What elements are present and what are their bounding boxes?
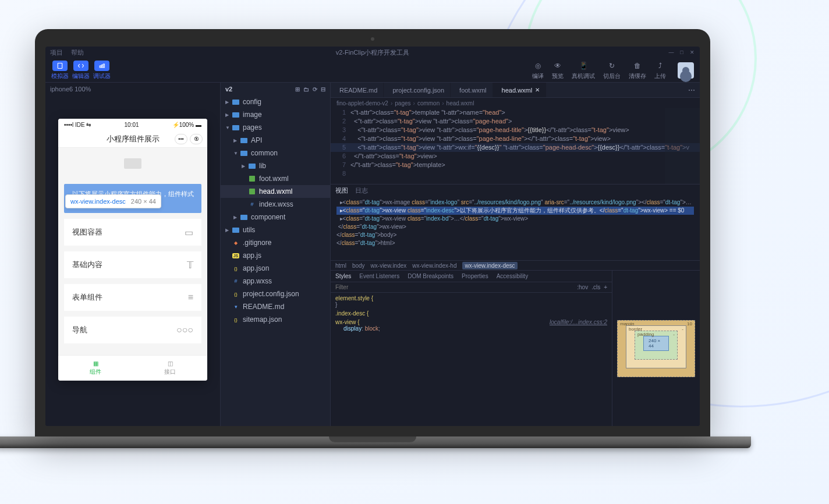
breadcrumb-seg-0[interactable]: fino-applet-demo-v2 [336, 100, 388, 107]
phone-tab-1[interactable]: ◫接口 [133, 356, 207, 381]
styles-panel: StylesEvent ListenersDOM BreakpointsProp… [331, 271, 612, 426]
toolbar-action-2[interactable]: 📱真机调试 [572, 61, 595, 80]
toolbar-action-1[interactable]: 👁预览 [552, 61, 564, 80]
minimap[interactable] [665, 108, 700, 184]
phone-nav-bar: 小程序组件展示 ••• ⦿ [58, 130, 207, 148]
new-folder-icon[interactable]: 🗀 [303, 86, 309, 93]
tree-node-app.js[interactable]: app.js [221, 249, 330, 262]
styles-tab-4[interactable]: Accessibility [497, 273, 528, 279]
styles-tab-3[interactable]: Properties [462, 273, 488, 279]
dom-line-5[interactable]: </class="dt-tag">html> [336, 239, 694, 247]
editor-tab-1[interactable]: project.config.json [384, 83, 451, 97]
editor-tab-3[interactable]: head.wxml✕ [493, 83, 547, 97]
dom-line-3[interactable]: </class="dt-tag">wx-view> [336, 223, 694, 231]
phone-list-item-1[interactable]: 基础内容𝕋 [64, 251, 201, 278]
css-rule-2[interactable]: wx-view {localfile:/…index.css:2display:… [335, 319, 607, 332]
simulator-device-label[interactable]: iphone6 100% [45, 83, 220, 95]
editor-tab-2[interactable]: foot.wxml [451, 83, 493, 97]
dom-path-2[interactable]: wx-view.index [371, 262, 407, 269]
breadcrumb-seg-2[interactable]: common [417, 100, 440, 107]
menu-help[interactable]: 帮助 [71, 48, 84, 57]
styles-tab-1[interactable]: Event Listeners [359, 273, 399, 279]
phone-nav-title: 小程序组件展示 [107, 134, 160, 144]
phone-tab-0[interactable]: ▦组件 [58, 356, 133, 381]
phone-list-item-2[interactable]: 表单组件≡ [64, 284, 201, 311]
toolbar-action-0[interactable]: ◎编译 [532, 61, 544, 80]
new-file-icon[interactable]: ⊞ [295, 86, 300, 93]
phone-nav-more[interactable]: ••• [175, 134, 187, 144]
devtools-tab-0[interactable]: 视图 [335, 186, 348, 195]
laptop-camera [371, 37, 374, 41]
toolbar: 模拟器编辑器调试器 ◎编译👁预览📱真机调试↻切后台🗑清缓存⤴上传 [45, 58, 700, 83]
dom-path-3[interactable]: wx-view.index-hd [412, 262, 456, 269]
tree-node-head.wxml[interactable]: head.wxml [221, 185, 330, 198]
css-rules[interactable]: element.style {}.index-desc {</span></di… [331, 293, 612, 426]
editor-panel: README.mdproject.config.jsonfoot.wxmlhea… [331, 83, 700, 426]
tree-node-app.json[interactable]: app.json [221, 262, 330, 275]
devtools: 视图日志 ▸<class="dt-tag">wx-image class="in… [331, 184, 700, 426]
tree-node-utils[interactable]: ▶utils [221, 223, 330, 236]
dom-path-1[interactable]: body [352, 262, 365, 269]
editor-tab-0[interactable]: README.md [331, 83, 384, 97]
tree-node-component[interactable]: ▶component [221, 211, 330, 223]
styles-cls[interactable]: .cls [591, 284, 600, 290]
status-time: 10:01 [125, 122, 139, 128]
tree-node-pages[interactable]: ▼pages [221, 121, 330, 134]
dom-line-4[interactable]: </class="dt-tag">body> [336, 231, 694, 239]
tree-node-README.md[interactable]: README.md [221, 300, 330, 313]
css-rule-1[interactable]: .index-desc {</span></div><div><span cla… [335, 310, 607, 317]
phone-status-bar: ••••l IDE ⇆ 10:01 ⚡100% ▬ [58, 119, 207, 130]
tree-node-project.config.json[interactable]: project.config.json [221, 288, 330, 300]
minimize-button[interactable]: — [668, 49, 674, 55]
menu-project[interactable]: 项目 [50, 48, 63, 57]
tree-node-index.wxss[interactable]: index.wxss [221, 198, 330, 211]
dom-line-1[interactable]: ▸<class="dt-tag">wx-view class="index-de… [336, 207, 694, 215]
dom-line-2[interactable]: ▸<class="dt-tag">wx-view class="index-bd… [336, 215, 694, 223]
phone-mockup: ••••l IDE ⇆ 10:01 ⚡100% ▬ 小程序组件展示 ••• ⦿ [58, 119, 207, 381]
explorer-root-label[interactable]: v2 [225, 86, 232, 93]
dom-line-0[interactable]: ▸<class="dt-tag">wx-image class="index-l… [336, 198, 694, 207]
phone-nav-close[interactable]: ⦿ [190, 134, 203, 144]
styles-hov[interactable]: :hov [577, 284, 588, 290]
devtools-tab-1[interactable]: 日志 [355, 186, 368, 195]
tree-node-.gitignore[interactable]: .gitignore [221, 236, 330, 249]
toolbar-pill-0[interactable] [52, 61, 68, 71]
styles-tab-0[interactable]: Styles [335, 273, 351, 279]
editor-tabs-more[interactable]: ⋯ [683, 83, 700, 97]
maximize-button[interactable]: □ [679, 49, 685, 55]
file-explorer: v2 ⊞ 🗀 ⟳ ⊟ ▶config▶image▼pages▶API▼commo… [220, 83, 331, 426]
tree-node-config[interactable]: ▶config [221, 95, 330, 108]
styles-tab-2[interactable]: DOM Breakpoints [408, 273, 454, 279]
phone-list-item-0[interactable]: 视图容器▭ [64, 219, 201, 246]
dom-path-4[interactable]: wx-view.index-desc [462, 262, 517, 269]
breadcrumb-seg-3[interactable]: head.wxml [447, 100, 474, 107]
tree-node-image[interactable]: ▶image [221, 108, 330, 121]
avatar[interactable] [678, 62, 694, 79]
tree-node-common[interactable]: ▼common [221, 147, 330, 159]
styles-filter-input[interactable] [335, 284, 394, 290]
styles-add-icon[interactable]: + [604, 284, 607, 290]
box-model-content: 240 × 44 [643, 336, 669, 351]
code-editor[interactable]: 12345678 <"t-attr">class="t-tag">templat… [331, 108, 700, 184]
tree-node-lib[interactable]: ▶lib [221, 159, 330, 172]
tree-node-app.wxss[interactable]: app.wxss [221, 275, 330, 288]
collapse-icon[interactable]: ⊟ [321, 86, 325, 93]
toolbar-pill-1[interactable] [73, 61, 88, 71]
dom-path-0[interactable]: html [335, 262, 346, 269]
tab-close-icon[interactable]: ✕ [535, 87, 540, 93]
toolbar-pill-2[interactable] [94, 61, 109, 71]
tree-node-foot.wxml[interactable]: foot.wxml [221, 172, 330, 185]
dom-tree[interactable]: ▸<class="dt-tag">wx-image class="index-l… [331, 196, 700, 260]
phone-list-item-3[interactable]: 导航○○○ [64, 317, 201, 343]
toolbar-action-4[interactable]: 🗑清缓存 [629, 61, 646, 80]
refresh-icon[interactable]: ⟳ [313, 86, 317, 93]
breadcrumb[interactable]: fino-applet-demo-v2›pages›common›head.wx… [331, 98, 700, 108]
tree-node-sitemap.json[interactable]: sitemap.json [221, 313, 330, 326]
toolbar-action-5[interactable]: ⤴上传 [654, 61, 666, 80]
css-rule-0[interactable]: element.style {} [335, 295, 607, 308]
close-button[interactable]: ✕ [689, 49, 695, 55]
dom-breadcrumb[interactable]: htmlbodywx-view.indexwx-view.index-hdwx-… [331, 260, 700, 271]
breadcrumb-seg-1[interactable]: pages [395, 100, 410, 107]
tree-node-API[interactable]: ▶API [221, 134, 330, 147]
toolbar-action-3[interactable]: ↻切后台 [603, 61, 621, 80]
